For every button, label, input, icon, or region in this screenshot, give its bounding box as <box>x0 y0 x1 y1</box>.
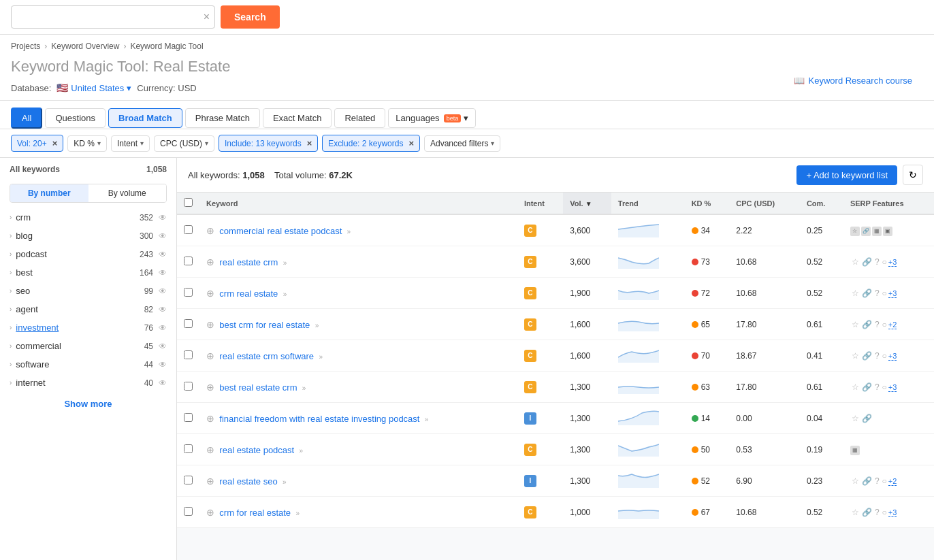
serp-q-icon[interactable]: ? <box>875 476 880 486</box>
keyword-link[interactable]: commercial real estate podcast <box>219 226 342 236</box>
col-trend[interactable]: Trend <box>611 193 685 214</box>
tab-phrase-match[interactable]: Phrase Match <box>185 108 260 128</box>
toggle-by-number[interactable]: By number <box>10 184 88 202</box>
serp-circle-icon[interactable]: ○ <box>882 382 887 392</box>
row-checkbox[interactable] <box>184 507 193 516</box>
keyword-link[interactable]: crm real estate <box>219 289 278 299</box>
row-checkbox[interactable] <box>184 288 193 297</box>
serp-q-icon[interactable]: ? <box>875 382 880 392</box>
serp-circle-icon[interactable]: ○ <box>882 289 887 298</box>
serp-link-icon[interactable]: 🔗 <box>862 414 872 423</box>
keyword-link[interactable]: best real estate crm <box>219 382 297 393</box>
serp-star-icon[interactable]: ☆ <box>852 414 859 423</box>
filter-cpc[interactable]: CPC (USD) ▾ <box>154 135 214 152</box>
eye-icon-best[interactable]: 👁 <box>159 268 167 278</box>
add-keyword-icon[interactable]: ⊕ <box>206 319 214 330</box>
serp-plus-count[interactable]: +3 <box>888 289 897 298</box>
tab-related[interactable]: Related <box>334 108 385 128</box>
database-selector[interactable]: 🇺🇸 United States ▾ <box>57 82 131 93</box>
serp-plus-count[interactable]: +3 <box>888 352 897 361</box>
include-remove-icon[interactable]: × <box>307 138 312 148</box>
keyword-link[interactable]: crm for real estate <box>219 508 291 518</box>
serp-star-icon[interactable]: ☆ <box>852 351 859 361</box>
search-clear-button[interactable]: × <box>204 11 210 23</box>
add-keyword-icon[interactable]: ⊕ <box>206 382 214 393</box>
sidebar-item-blog[interactable]: › blog 300 👁 <box>0 227 176 245</box>
filter-advanced[interactable]: Advanced filters ▾ <box>424 135 500 152</box>
col-serp[interactable]: SERP Features <box>843 193 934 214</box>
eye-icon-investment[interactable]: 👁 <box>159 323 167 333</box>
serp-link-icon[interactable]: 🔗 <box>862 382 872 392</box>
add-keyword-icon[interactable]: ⊕ <box>206 413 214 424</box>
eye-icon-agent[interactable]: 👁 <box>159 305 167 314</box>
serp-plus-count[interactable]: +3 <box>888 508 897 517</box>
keyword-arrows-icon[interactable]: » <box>283 291 287 298</box>
keyword-arrows-icon[interactable]: » <box>295 510 300 517</box>
top-right-link[interactable]: 📖 Keyword Research course <box>794 76 923 86</box>
serp-q-icon[interactable]: ? <box>875 257 880 267</box>
serp-star-icon[interactable]: ☆ <box>852 476 859 486</box>
keyword-arrows-icon[interactable]: » <box>315 322 319 329</box>
sidebar-item-podcast[interactable]: › podcast 243 👁 <box>0 245 176 263</box>
row-checkbox[interactable] <box>184 257 193 265</box>
col-cpc[interactable]: CPC (USD) <box>729 193 800 214</box>
serp-q-icon[interactable]: ? <box>875 289 880 298</box>
refresh-button[interactable]: ↻ <box>903 165 923 185</box>
col-volume[interactable]: Vol. ▼ <box>563 193 611 214</box>
sidebar-item-commercial[interactable]: › commercial 45 👁 <box>0 337 176 355</box>
breadcrumb-projects[interactable]: Projects <box>11 42 40 51</box>
add-keyword-icon[interactable]: ⊕ <box>206 444 214 455</box>
sidebar-item-agent[interactable]: › agent 82 👁 <box>0 300 176 318</box>
add-to-keyword-list-button[interactable]: + Add to keyword list <box>796 165 897 185</box>
toggle-by-volume[interactable]: By volume <box>88 184 167 202</box>
col-kd[interactable]: KD % <box>685 193 730 214</box>
serp-star-icon[interactable]: ☆ <box>852 257 859 267</box>
row-checkbox[interactable] <box>184 350 193 359</box>
eye-icon-seo[interactable]: 👁 <box>159 286 167 296</box>
col-intent[interactable]: Intent <box>517 193 563 214</box>
serp-q-icon[interactable]: ? <box>875 351 880 361</box>
tab-languages[interactable]: Languages beta ▾ <box>388 108 476 128</box>
keyword-arrows-icon[interactable]: » <box>300 447 304 455</box>
serp-star-icon[interactable]: ☆ <box>852 382 859 392</box>
serp-circle-icon[interactable]: ○ <box>882 351 887 361</box>
serp-link-icon[interactable]: 🔗 <box>862 320 872 329</box>
breadcrumb-keyword-overview[interactable]: Keyword Overview <box>51 42 119 51</box>
serp-link-icon[interactable]: 🔗 <box>862 476 872 486</box>
serp-star-icon[interactable]: ☆ <box>852 508 859 517</box>
row-checkbox[interactable] <box>184 476 193 484</box>
serp-plus-count[interactable]: +3 <box>888 383 897 392</box>
serp-star-icon[interactable]: ☆ <box>852 289 859 298</box>
keyword-link[interactable]: best crm for real estate <box>219 320 310 330</box>
filter-include[interactable]: Include: 13 keywords × <box>219 135 318 152</box>
exclude-remove-icon[interactable]: × <box>408 138 414 148</box>
add-keyword-icon[interactable]: ⊕ <box>206 507 214 518</box>
col-keyword[interactable]: Keyword <box>199 193 517 214</box>
serp-plus-count[interactable]: +2 <box>888 320 897 329</box>
eye-icon-blog[interactable]: 👁 <box>159 231 167 241</box>
serp-star-icon[interactable]: ☆ <box>852 320 859 329</box>
vol-remove-icon[interactable]: × <box>52 138 58 148</box>
serp-link-icon[interactable]: 🔗 <box>862 508 872 517</box>
eye-icon-commercial[interactable]: 👁 <box>159 342 167 351</box>
serp-circle-icon[interactable]: ○ <box>882 257 887 267</box>
serp-link-icon[interactable]: 🔗 <box>862 257 872 267</box>
keyword-arrows-icon[interactable]: » <box>283 478 287 486</box>
row-checkbox[interactable] <box>184 444 193 453</box>
eye-icon-software[interactable]: 👁 <box>159 360 167 369</box>
filter-vol[interactable]: Vol: 20+ × <box>11 135 63 152</box>
show-more-button[interactable]: Show more <box>0 392 176 416</box>
keyword-link[interactable]: real estate seo <box>219 476 277 487</box>
sidebar-item-software[interactable]: › software 44 👁 <box>0 355 176 374</box>
serp-circle-icon[interactable]: ○ <box>882 320 887 329</box>
eye-icon-crm[interactable]: 👁 <box>159 213 167 223</box>
select-all-checkbox[interactable] <box>184 198 193 207</box>
sidebar-item-best[interactable]: › best 164 👁 <box>0 263 176 282</box>
filter-kd[interactable]: KD % ▾ <box>67 135 107 152</box>
serp-link-icon[interactable]: 🔗 <box>862 289 872 298</box>
serp-circle-icon[interactable]: ○ <box>882 508 887 517</box>
keyword-arrows-icon[interactable]: » <box>425 416 429 423</box>
keyword-arrows-icon[interactable]: » <box>319 353 323 361</box>
keyword-link[interactable]: financial freedom with real estate inves… <box>219 414 419 424</box>
serp-plus-count[interactable]: +3 <box>888 258 897 267</box>
